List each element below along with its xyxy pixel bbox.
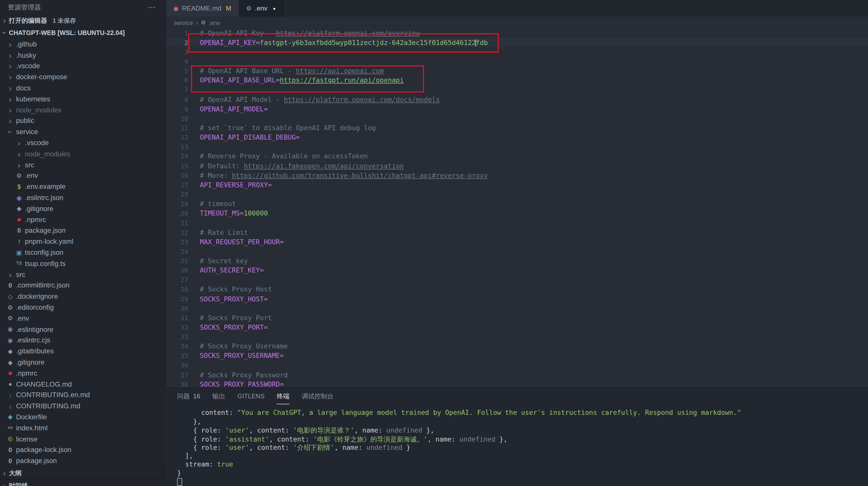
tree-item-service[interactable]: ›service	[0, 126, 166, 138]
tree-item-.gitattributes[interactable]: ◆.gitattributes	[0, 346, 166, 357]
tree-item-.commitlintrc.json[interactable]: {}.commitlintrc.json	[0, 280, 166, 291]
tree-item-Dockerfile[interactable]: ◆Dockerfile	[0, 411, 166, 423]
breadcrumb-folder[interactable]: service	[174, 19, 193, 26]
tree-item-kubernetes[interactable]: ›kubernetes	[0, 94, 166, 105]
code-line-18[interactable]: 18	[166, 190, 868, 199]
panel-tab-GITLENS[interactable]: GITLENS	[237, 388, 265, 404]
code-line-14[interactable]: 14# Reverse Proxy - Available on accessT…	[166, 151, 868, 161]
tree-item-.eslintrc.cjs[interactable]: ◉.eslintrc.cjs	[0, 335, 166, 346]
code-line-25[interactable]: 25# Secret key	[166, 256, 868, 266]
code-line-22[interactable]: 22# Rate Limit	[166, 228, 868, 237]
code-line-17[interactable]: 17API_REVERSE_PROXY=	[166, 180, 868, 190]
breadcrumb-file[interactable]: .env	[209, 19, 220, 26]
code-line-26[interactable]: 26AUTH_SECRET_KEY=	[166, 266, 868, 275]
tab-README.md[interactable]: ◉README.mdM	[166, 0, 239, 17]
tree-item-src[interactable]: ›src	[0, 269, 166, 280]
code-line-29[interactable]: 29SOCKS_PROXY_HOST=	[166, 294, 868, 304]
tree-item-package-lock.json[interactable]: {}package-lock.json	[0, 445, 166, 456]
panel-tab-问题[interactable]: 问题16	[177, 388, 200, 404]
code-line-35[interactable]: 35SOCKS_PROXY_USERNAME=	[166, 351, 868, 361]
code-line-6[interactable]: 6OPENAI_API_BASE_URL=https://fastgpt.run…	[166, 76, 868, 85]
tree-item-.env.example[interactable]: $.env.example	[0, 181, 166, 192]
code-line-21[interactable]: 21	[166, 218, 868, 228]
tree-item-public[interactable]: ›public	[0, 116, 166, 126]
code-line-12[interactable]: 12OPENAI_API_DISABLE_DEBUG=	[166, 133, 868, 142]
panel-tab-终端[interactable]: 终端	[277, 388, 289, 404]
code-line-9[interactable]: 9OPENAI_API_MODEL=	[166, 104, 868, 114]
code-line-32[interactable]: 32SOCKS_PROXY_PORT=	[166, 323, 868, 332]
code-line-30[interactable]: 30	[166, 304, 868, 313]
tree-item-label: CONTRIBUTING.md	[16, 402, 80, 410]
tree-item-license[interactable]: ©license	[0, 433, 166, 445]
tree-item-CHANGELOG.md[interactable]: ●CHANGELOG.md	[0, 379, 166, 390]
tree-item-index.html[interactable]: <>index.html	[0, 423, 166, 433]
tree-item-.husky[interactable]: ›.husky	[0, 50, 166, 61]
tab-.env[interactable]: ⚙.env●	[239, 0, 283, 17]
code-editor[interactable]: 1# OpenAI API Key - https://platform.ope…	[166, 28, 868, 388]
code-line-31[interactable]: 31# Socks Proxy Port	[166, 313, 868, 323]
code-line-24[interactable]: 24	[166, 247, 868, 256]
tree-item-CONTRIBUTING.md[interactable]: ↓CONTRIBUTING.md	[0, 401, 166, 411]
panel-tab-label: 终端	[277, 388, 289, 404]
panel-tab-输出[interactable]: 输出	[212, 388, 225, 404]
more-actions-icon[interactable]: ⋯	[148, 0, 156, 15]
tree-item-tsup.config.ts[interactable]: TStsup.config.ts	[0, 258, 166, 269]
code-line-33[interactable]: 33	[166, 332, 868, 342]
workspace-header[interactable]: › CHATGPT-WEB [WSL: UBUNTU-22.04]	[0, 26, 166, 39]
tree-item-.npmrc[interactable]: ■.npmrc	[0, 214, 166, 225]
code-line-20[interactable]: 20TIMEOUT_MS=100000	[166, 208, 868, 218]
code-line-3[interactable]: 3	[166, 47, 868, 57]
tree-item-.eslintignore[interactable]: ◉.eslintignore	[0, 324, 166, 335]
tree-item-.npmrc[interactable]: ■.npmrc	[0, 368, 166, 379]
code-line-content: # OpenAI API Base URL - https://api.open…	[188, 67, 384, 75]
code-line-2[interactable]: 2OPENAI_API_KEY=fastgpt-y6b3axfbdd5wyp01…	[166, 38, 868, 47]
code-line-1[interactable]: 1# OpenAI API Key - https://platform.ope…	[166, 28, 868, 38]
tree-item-CONTRIBUTING.en.md[interactable]: ↓CONTRIBUTING.en.md	[0, 390, 166, 401]
code-line-37[interactable]: 37# Socks Proxy Password	[166, 370, 868, 380]
panel-tab-调试控制台[interactable]: 调试控制台	[302, 388, 334, 404]
chevron-right-icon: ›	[5, 117, 15, 125]
tree-item-.env[interactable]: ⚙.env	[0, 170, 166, 181]
tree-item-.github[interactable]: ›.github	[0, 39, 166, 50]
tree-item-tsconfig.json[interactable]: ▣tsconfig.json	[0, 247, 166, 258]
code-line-5[interactable]: 5# OpenAI API Base URL - https://api.ope…	[166, 66, 868, 76]
html-icon: <>	[5, 426, 15, 430]
tree-item-.dockerignore[interactable]: ◇.dockerignore	[0, 291, 166, 302]
tree-item-node_modules[interactable]: ›node_modules	[0, 148, 166, 159]
code-line-4[interactable]: 4	[166, 57, 868, 66]
tree-item-.env[interactable]: ⚙.env	[0, 313, 166, 324]
tree-item-.editorconfig[interactable]: ⚙.editorconfig	[0, 302, 166, 313]
tree-item-node_modules[interactable]: ›node_modules	[0, 105, 166, 116]
tree-item-docs[interactable]: ›docs	[0, 83, 166, 94]
code-line-19[interactable]: 19# timeout	[166, 199, 868, 208]
tree-item-docker-compose[interactable]: ›docker-compose	[0, 72, 166, 83]
code-line-10[interactable]: 10	[166, 114, 868, 123]
breadcrumb[interactable]: service › ⚙ .env	[166, 17, 868, 28]
code-line-34[interactable]: 34# Socks Proxy Username	[166, 342, 868, 351]
tree-item-label: .gitignore	[16, 359, 44, 366]
code-line-36[interactable]: 36	[166, 361, 868, 370]
code-line-8[interactable]: 8# OpenAI API Model - https://platform.o…	[166, 95, 868, 104]
open-editors-header[interactable]: › 打开的编辑器 1 未保存	[0, 15, 166, 27]
code-line-27[interactable]: 27	[166, 275, 868, 285]
code-line-38[interactable]: 38SOCKS_PROXY_PASSWORD=	[166, 380, 868, 388]
tree-item-package.json[interactable]: {}package.json	[0, 225, 166, 236]
tree-item-src[interactable]: ›src	[0, 159, 166, 170]
timeline-header[interactable]: › 时间线	[0, 479, 166, 486]
tree-item-pnpm-lock.yaml[interactable]: !pnpm-lock.yaml	[0, 236, 166, 247]
tree-item-.vscode[interactable]: ›.vscode	[0, 61, 166, 72]
tree-item-package.json[interactable]: {}package.json	[0, 456, 166, 466]
code-line-15[interactable]: 15# Default: https://ai.fakeopen.com/api…	[166, 161, 868, 171]
tree-item-.gitignore[interactable]: ◆.gitignore	[0, 357, 166, 368]
code-line-28[interactable]: 28# Socks Proxy Host	[166, 285, 868, 294]
tree-item-.eslintrc.json[interactable]: ◉.eslintrc.json	[0, 192, 166, 203]
code-line-23[interactable]: 23MAX_REQUEST_PER_HOUR=	[166, 237, 868, 247]
tree-item-.vscode[interactable]: ›.vscode	[0, 137, 166, 148]
terminal-output[interactable]: content: "You are ChatGPT, a large langu…	[166, 404, 868, 486]
code-line-7[interactable]: 7	[166, 85, 868, 95]
code-line-16[interactable]: 16# More: https://github.com/transitive-…	[166, 171, 868, 180]
code-line-11[interactable]: 11# set `true` to disable OpenAI API deb…	[166, 123, 868, 133]
code-line-13[interactable]: 13	[166, 142, 868, 151]
tree-item-.gitignore[interactable]: ◆.gitignore	[0, 203, 166, 214]
outline-header[interactable]: › 大纲	[0, 466, 166, 479]
